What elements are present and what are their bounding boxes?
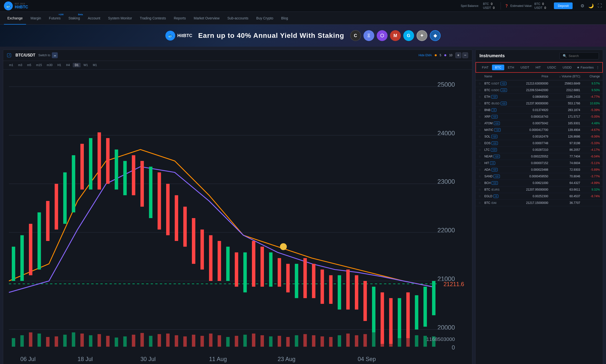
instrument-row[interactable]: ☆ ATOM ×10 0.00075042 165.9301 4.48%: [476, 120, 603, 127]
tab-usdd[interactable]: USDD: [560, 65, 575, 70]
instrument-row[interactable]: ☆ BTC /DAI 21217.15000000 36.7707: [476, 200, 603, 206]
search-input[interactable]: [569, 54, 596, 58]
zoom-in-button[interactable]: +: [455, 52, 461, 58]
tab-btc[interactable]: BTC: [492, 65, 504, 70]
favorite-star-16[interactable]: ☆: [478, 188, 484, 191]
tf-w1[interactable]: W1: [82, 63, 90, 67]
favorite-star-9[interactable]: ☆: [478, 141, 484, 145]
nav-futures[interactable]: Futures ×100: [45, 12, 64, 25]
open-chart-icon[interactable]: ↗: [7, 53, 11, 57]
instrument-row[interactable]: ☆ SOL ×10 0.00162479 126.8686 -8.06%: [476, 133, 603, 140]
instrument-row[interactable]: ☆ EGLD ×5 0.00252300 60.4537 -8.74%: [476, 193, 603, 200]
instrument-name-5: XRP ×10: [484, 115, 516, 118]
instrument-row[interactable]: ☆ NEAR ×10 0.000225552 77.7404 -6.04%: [476, 153, 603, 160]
nav-blog[interactable]: Blog: [278, 12, 291, 25]
favorite-star-5[interactable]: ☆: [478, 115, 484, 118]
svg-rect-32: [166, 184, 170, 235]
tf-m5[interactable]: m5: [25, 63, 33, 67]
favorite-star-7[interactable]: ☆: [478, 128, 484, 132]
nav-market-overview[interactable]: Market Overview: [190, 12, 223, 25]
svg-rect-77: [63, 335, 67, 347]
favorite-star-2[interactable]: ☆: [478, 95, 484, 98]
svg-rect-73: [29, 332, 32, 347]
instrument-row[interactable]: ☆ ADA ×10 0.000023488 72.9303 -5.89%: [476, 167, 603, 173]
instrument-price-10: 0.00287210: [516, 148, 548, 152]
instrument-row[interactable]: ☆ MATIC ×10 0.0000417700 139.4904 -4.67%: [476, 127, 603, 133]
favorite-star-10[interactable]: ☆: [478, 148, 484, 152]
tf-m3[interactable]: m3: [16, 63, 24, 67]
favorite-star-4[interactable]: ☆: [478, 108, 484, 112]
switch-to-button[interactable]: Switch to ☁: [38, 52, 58, 58]
nav-account[interactable]: Account: [84, 12, 104, 25]
nav-buy-crypto[interactable]: Buy Crypto: [253, 12, 277, 25]
favorite-star-12[interactable]: ☆: [478, 161, 484, 165]
favorite-star-17[interactable]: ☆: [478, 195, 484, 198]
tab-usdc[interactable]: USDC: [544, 65, 559, 70]
svg-text:06 Jul: 06 Jul: [20, 356, 36, 362]
tab-fiat[interactable]: FIAT: [479, 65, 491, 70]
instrument-row[interactable]: ☆ BNB ×5 0.01374920 283.1874 -5.39%: [476, 107, 603, 113]
tab-usdt[interactable]: USDT: [518, 65, 532, 70]
tf-d1[interactable]: D1: [73, 63, 80, 67]
instrument-row[interactable]: ☆ BTC /EURS 21207.95000000 63.6611 9.32%: [476, 186, 603, 193]
zoom-out-button[interactable]: −: [462, 52, 468, 58]
instrument-row[interactable]: ☆ EOS ×10 0.00007748 97.9198 -5.33%: [476, 140, 603, 147]
instrument-row[interactable]: ☆ HIT ×3 0.000007152 74.6604 -5.11%: [476, 160, 603, 167]
nav-trading-contests[interactable]: Trading Contests: [136, 12, 169, 25]
tf-m1[interactable]: m1: [7, 63, 15, 67]
instrument-row[interactable]: ☆ BTC /USDT ×12 21213.63000000 25663.684…: [476, 80, 603, 87]
svg-rect-109: [338, 335, 341, 347]
instrument-change-9: -5.33%: [580, 141, 600, 145]
balance-col: BTC 0 USDT 0: [483, 2, 494, 10]
search-box[interactable]: 🔍: [560, 52, 599, 59]
instruments-menu[interactable]: ⋮: [596, 66, 599, 69]
favorite-star-13[interactable]: ☆: [478, 168, 484, 171]
instrument-row[interactable]: ☆ BCH ×10 0.00621000 64.4327 -4.99%: [476, 180, 603, 186]
instrument-name-16: BTC /EURS: [484, 188, 516, 191]
instrument-row[interactable]: ☆ BTC /BUSD ×10 21237.90000000 553.1766 …: [476, 100, 603, 107]
logo-area: 🐟 EST. 2013 HitBTC: [4, 1, 28, 10]
nav-sub-accounts[interactable]: Sub-accounts: [224, 12, 252, 25]
svg-rect-29: [140, 161, 144, 207]
svg-rect-47: [295, 264, 298, 298]
tab-favorites[interactable]: ★ Favorites: [577, 66, 594, 69]
deposit-button[interactable]: Deposit: [554, 2, 573, 9]
favorite-star-15[interactable]: ☆: [478, 181, 484, 185]
svg-rect-74: [38, 334, 41, 347]
favorite-star-18[interactable]: ☆: [478, 201, 484, 205]
svg-rect-23: [89, 138, 92, 189]
svg-rect-72: [20, 335, 24, 347]
instrument-row[interactable]: ☆ ETH ×10 0.08068500 1186.2433 -4.77%: [476, 94, 603, 100]
tf-h1[interactable]: H1: [56, 63, 63, 67]
instrument-row[interactable]: ☆ BTC /USDC ×10 21209.53442000 2312.6881…: [476, 87, 603, 94]
instrument-row[interactable]: ☆ XRP ×10 0.000016743 171.5717 -5.05%: [476, 113, 603, 120]
tab-eth[interactable]: ETH: [505, 65, 517, 70]
settings-icon[interactable]: ⚙: [580, 3, 584, 9]
favorite-star-11[interactable]: ☆: [478, 155, 484, 158]
nav-reports[interactable]: Reports: [170, 12, 189, 25]
favorite-star-14[interactable]: ☆: [478, 175, 484, 178]
theme-icon[interactable]: 🌙: [588, 3, 594, 9]
nav-system-monitor[interactable]: System Monitor: [105, 12, 135, 25]
favorite-star-3[interactable]: ☆: [478, 102, 484, 105]
nav-margin[interactable]: Margin: [27, 12, 44, 25]
banner[interactable]: 🐟 HitBTC Earn up to 40% Annual Yield Wit…: [0, 25, 606, 47]
svg-text:21211.6: 21211.6: [444, 281, 464, 287]
favorite-star-1[interactable]: ☆: [478, 88, 484, 92]
nav-exchange[interactable]: Exchange: [4, 12, 26, 25]
tf-m30[interactable]: m30: [45, 63, 54, 67]
favorite-star-8[interactable]: ☆: [478, 135, 484, 138]
favorite-star-0[interactable]: ☆: [478, 82, 484, 85]
hide-ema-button[interactable]: Hide EMA: [418, 54, 432, 57]
nav-staking[interactable]: Staking Beta: [65, 12, 84, 25]
tf-m1-month[interactable]: M1: [91, 63, 99, 67]
svg-rect-117: [406, 334, 410, 347]
favorite-star-6[interactable]: ☆: [478, 122, 484, 125]
expand-icon[interactable]: ⛶: [598, 3, 602, 8]
tf-m15[interactable]: m15: [34, 63, 44, 67]
instrument-price-17: 0.00252300: [516, 195, 548, 198]
instrument-row[interactable]: ☆ SAND ×10 0.0000459550 70.8046 -3.77%: [476, 173, 603, 180]
instrument-row[interactable]: ☆ LTC ×10 0.00287210 86.2057 -4.17%: [476, 147, 603, 153]
tab-hit[interactable]: HIT: [533, 65, 544, 70]
tf-h4[interactable]: H4: [64, 63, 72, 67]
